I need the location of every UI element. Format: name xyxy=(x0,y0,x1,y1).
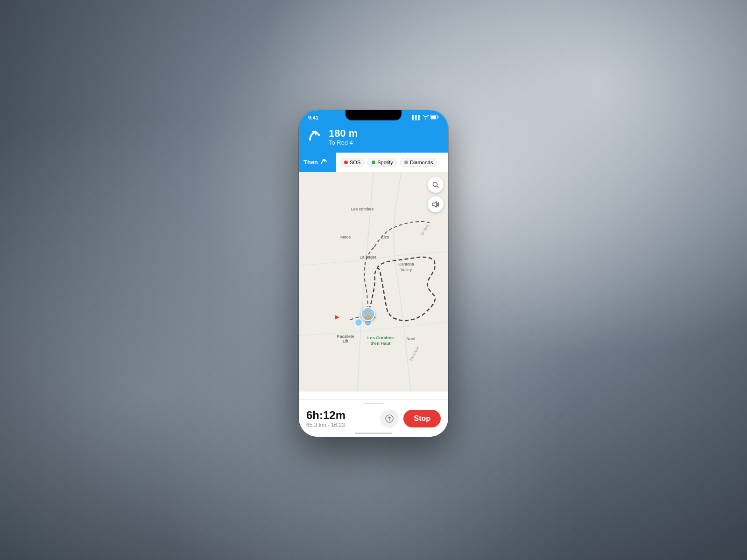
label-moos: Moos xyxy=(340,235,351,239)
wifi-icon xyxy=(423,115,429,120)
home-indicator xyxy=(355,433,392,434)
nav-header: 180 m To Red 4 xyxy=(299,123,448,153)
spotify-dot xyxy=(372,161,375,164)
label-cantona: Cantona xyxy=(398,262,414,266)
status-time: 9:41 xyxy=(308,115,318,120)
sos-button[interactable]: SOS xyxy=(340,158,365,167)
search-button[interactable] xyxy=(428,177,444,193)
volume-button[interactable] xyxy=(428,196,444,212)
label-pacallete: Pacallete xyxy=(337,334,354,339)
toolbar-then-button[interactable]: Then xyxy=(299,153,336,172)
label-les-combes: Les combes xyxy=(351,207,374,211)
status-icons: ▌▌▌ xyxy=(412,115,439,120)
notch xyxy=(345,110,402,120)
nav-info: 180 m To Red 4 xyxy=(329,128,358,146)
sos-label: SOS xyxy=(350,160,360,165)
signal-icon: ▌▌▌ xyxy=(412,115,421,120)
label-valley: Valley xyxy=(401,267,412,272)
trip-eta: 16:23 xyxy=(331,422,345,428)
then-turn-icon xyxy=(320,158,328,167)
turn-arrow-icon xyxy=(306,127,323,147)
bottom-bar: 6h:12m 65.3 km · 16:23 Stop xyxy=(299,399,448,437)
svg-point-7 xyxy=(366,311,370,315)
trip-distance: 65.3 km xyxy=(306,422,326,428)
nav-distance: 180 m xyxy=(329,128,358,139)
svg-marker-9 xyxy=(433,202,437,207)
nav-street: To Red 4 xyxy=(329,139,358,146)
toolbar-items: SOS Spotify Diamonds xyxy=(336,153,441,172)
map-svg: Les combes Moos Zizo La baget Cantona Va… xyxy=(299,172,448,392)
drag-handle xyxy=(364,403,383,404)
toolbar: Then SOS Spotify Diamonds xyxy=(299,153,448,172)
share-button[interactable] xyxy=(380,409,399,428)
label-zizo: Zizo xyxy=(381,235,389,239)
map-controls xyxy=(428,177,444,212)
trip-separator: · xyxy=(328,422,331,428)
avatar-marker xyxy=(361,307,375,321)
svg-rect-1 xyxy=(431,116,436,119)
map-area[interactable]: Les combes Moos Zizo La baget Cantona Va… xyxy=(299,172,448,392)
label-les-combes-haut: Les Combes xyxy=(367,335,394,340)
diamonds-button[interactable]: Diamonds xyxy=(400,158,437,167)
stop-button[interactable]: Stop xyxy=(403,410,441,427)
trip-details: 65.3 km · 16:23 xyxy=(306,422,345,428)
label-nant: Nant xyxy=(406,336,416,341)
svg-rect-2 xyxy=(438,117,439,118)
label-la-baget: La baget xyxy=(359,255,376,259)
waypoint-circle-1 xyxy=(355,319,362,326)
battery-icon xyxy=(430,115,439,120)
trip-time: 6h:12m xyxy=(306,409,345,422)
spotify-label: Spotify xyxy=(377,160,393,165)
phone-frame: 9:41 ▌▌▌ 180 xyxy=(299,110,448,437)
sos-dot xyxy=(344,161,348,164)
diamonds-dot xyxy=(404,161,408,164)
label-en-haut: d'en Haut xyxy=(371,341,391,346)
label-lift: Lift xyxy=(343,339,349,343)
then-label: Then xyxy=(303,159,318,166)
bottom-actions: Stop xyxy=(380,409,441,428)
spotify-button[interactable]: Spotify xyxy=(367,158,397,167)
trip-info: 6h:12m 65.3 km · 16:23 xyxy=(306,409,345,428)
svg-rect-3 xyxy=(299,172,448,392)
diamonds-label: Diamonds xyxy=(410,160,433,165)
